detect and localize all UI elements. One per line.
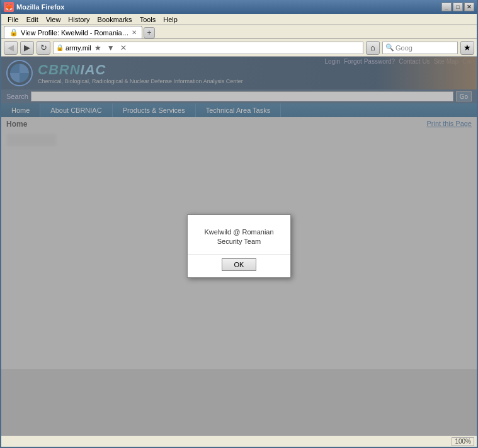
dialog-ok-button[interactable]: OK xyxy=(222,258,256,271)
status-bar-right: 100% xyxy=(452,437,474,446)
new-tab-button[interactable]: + xyxy=(144,27,155,38)
lock-icon: 🔒 xyxy=(56,44,64,51)
menu-view[interactable]: View xyxy=(42,16,65,23)
addressbar: ◀ ▶ ↻ 🔒 army.mil ★ ▼ ✕ ⌂ 🔍 Goog ★ xyxy=(1,39,477,57)
content-wrapper: CBRNIAC Chemical, Biological, Radiologic… xyxy=(1,57,477,435)
home-button[interactable]: ⌂ xyxy=(366,41,380,55)
zoom-panel: 100% xyxy=(452,437,474,446)
x-icon[interactable]: ✕ xyxy=(118,42,129,54)
tab-label: View Profile: Kwelwild - Romanian Securi… xyxy=(21,29,129,37)
dialog-content: Kwelwild @ Romanian Security Team xyxy=(188,215,290,255)
dialog-box: Kwelwild @ Romanian Security Team OK xyxy=(187,214,291,279)
forward-button[interactable]: ▶ xyxy=(20,41,34,55)
menu-edit[interactable]: Edit xyxy=(23,16,42,23)
tab-close-button[interactable]: ✕ xyxy=(132,29,137,36)
active-tab[interactable]: 🔒 View Profile: Kwelwild - Romanian Secu… xyxy=(4,26,142,38)
address-url: army.mil xyxy=(65,44,91,52)
tab-favicon: 🔒 xyxy=(9,28,18,37)
dialog-message: Kwelwild @ Romanian Security Team xyxy=(204,228,273,245)
refresh-button[interactable]: ↻ xyxy=(37,41,50,55)
close-button[interactable]: ✕ xyxy=(464,3,474,11)
menu-help[interactable]: Help xyxy=(159,16,181,23)
address-bar[interactable]: 🔒 army.mil ★ ▼ ✕ xyxy=(53,42,363,54)
star-icon[interactable]: ★ xyxy=(93,42,104,54)
menubar: File Edit View History Bookmarks Tools H… xyxy=(1,14,477,25)
menu-file[interactable]: File xyxy=(4,16,23,23)
tabbar: 🔒 View Profile: Kwelwild - Romanian Secu… xyxy=(1,25,477,39)
back-button[interactable]: ◀ xyxy=(4,41,18,55)
menu-tools[interactable]: Tools xyxy=(136,16,160,23)
search-box[interactable]: 🔍 Goog xyxy=(382,42,458,54)
minimize-button[interactable]: _ xyxy=(441,3,452,11)
firefox-icon: 🦊 xyxy=(4,2,14,12)
window-controls[interactable]: _ □ ✕ xyxy=(441,3,474,11)
menu-bookmarks[interactable]: Bookmarks xyxy=(94,16,136,23)
search-icon: 🔍 xyxy=(385,43,394,52)
modal-overlay: Kwelwild @ Romanian Security Team OK xyxy=(1,57,477,435)
menu-history[interactable]: History xyxy=(64,16,93,23)
bookmark-button[interactable]: ★ xyxy=(460,41,474,55)
restore-button[interactable]: □ xyxy=(453,3,463,11)
down-arrow-icon[interactable]: ▼ xyxy=(105,42,117,54)
status-bar: 100% xyxy=(1,435,477,447)
dialog-footer: OK xyxy=(188,254,290,277)
titlebar: 🦊 Mozilla Firefox _ □ ✕ xyxy=(1,0,477,14)
search-label-addr: Goog xyxy=(395,44,413,52)
window-title: Mozilla Firefox xyxy=(16,3,64,11)
